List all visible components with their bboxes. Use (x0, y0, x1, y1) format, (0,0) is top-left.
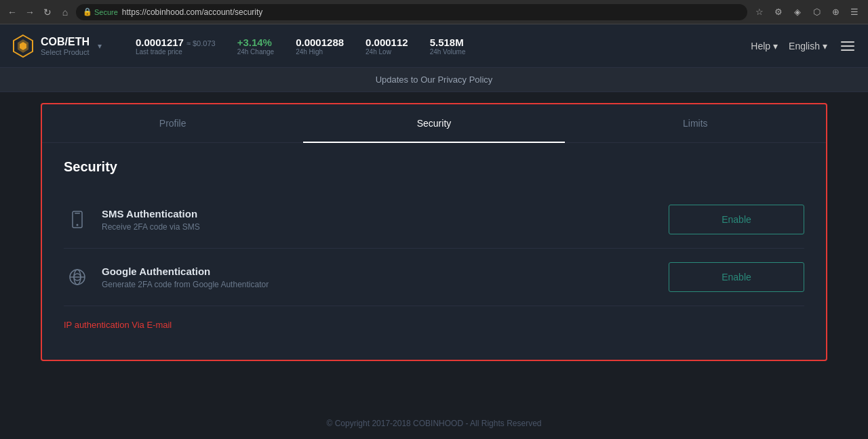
google-icon (64, 268, 91, 287)
stat-24h-high: 0.0001288 24h High (296, 37, 344, 56)
ip-auth-link[interactable]: IP authentication Via E-mail (64, 306, 804, 343)
security-body: Security SMS Authentication Receive 2FA … (42, 143, 826, 360)
last-price-label: Last trade price (136, 48, 216, 56)
footer: © Copyright 2017-2018 COBINHOOD - All Ri… (0, 408, 868, 439)
google-auth-desc: Generate 2FA code from Google Authentica… (102, 280, 669, 289)
language-button[interactable]: English ▾ (789, 41, 827, 51)
high-value: 0.0001288 (296, 37, 344, 48)
low-value: 0.000112 (366, 37, 408, 48)
market-stats: 0.0001217 ≈ $0.073 Last trade price +3.1… (119, 37, 751, 56)
svg-rect-4 (75, 213, 80, 214)
home-button[interactable]: ⌂ (58, 5, 72, 19)
high-label: 24h High (296, 48, 344, 56)
browser-chrome: ← → ↻ ⌂ 🔒 Secure https://cobinhood.com/a… (0, 0, 868, 24)
low-label: 24h Low (366, 48, 408, 56)
hamburger-menu-button[interactable] (838, 39, 857, 54)
sms-auth-desc: Receive 2FA code via SMS (102, 222, 669, 232)
usd-approx: ≈ $0.073 (186, 39, 216, 47)
secure-badge: 🔒 Secure (83, 7, 118, 16)
lang-chevron-icon: ▾ (823, 41, 827, 51)
product-selector[interactable]: COB/ETH Select Product (41, 36, 90, 56)
reload-button[interactable]: ↻ (41, 5, 54, 19)
stat-24h-change: +3.14% 24h Change (237, 37, 275, 56)
last-price-value: 0.0001217 (136, 37, 184, 48)
privacy-bar: Updates to Our Privacy Policy (0, 68, 868, 92)
main-content: Profile Security Limits Security (0, 92, 868, 439)
google-auth-name: Google Authentication (102, 266, 669, 277)
google-enable-button[interactable]: Enable (669, 262, 804, 292)
security-title: Security (64, 159, 804, 175)
stat-24h-low: 0.000112 24h Low (366, 37, 408, 56)
ext5-icon[interactable]: ☰ (846, 4, 863, 20)
tab-profile[interactable]: Profile (42, 104, 303, 142)
volume-value: 5.518M (430, 37, 466, 48)
url-text: https://cobinhood.com/account/security (122, 7, 262, 17)
ext2-icon[interactable]: ◈ (789, 4, 806, 20)
tab-security[interactable]: Security (303, 104, 564, 142)
svg-point-5 (77, 224, 79, 226)
product-chevron-icon: ▾ (98, 41, 102, 51)
ext1-icon[interactable]: ⚙ (770, 4, 787, 20)
phone-icon (64, 210, 91, 229)
google-auth-info: Google Authentication Generate 2FA code … (91, 266, 669, 289)
account-tabs: Profile Security Limits (42, 104, 826, 143)
menu-line-1 (841, 41, 854, 43)
security-card: Profile Security Limits Security (41, 103, 827, 361)
forward-button[interactable]: → (23, 5, 37, 19)
ext3-icon[interactable]: ⬡ (808, 4, 825, 20)
address-bar[interactable]: 🔒 Secure https://cobinhood.com/account/s… (76, 4, 747, 20)
sms-auth-name: SMS Authentication (102, 208, 669, 220)
sms-enable-button[interactable]: Enable (669, 205, 804, 234)
logo-area[interactable]: COB/ETH Select Product ▾ (11, 34, 119, 58)
sms-auth-info: SMS Authentication Receive 2FA code via … (91, 208, 669, 232)
help-button[interactable]: Help ▾ (751, 41, 778, 51)
help-chevron-icon: ▾ (773, 41, 778, 51)
cobinhood-logo (11, 34, 35, 58)
app-header: COB/ETH Select Product ▾ 0.0001217 ≈ $0.… (0, 24, 868, 68)
sms-auth-item: SMS Authentication Receive 2FA code via … (64, 191, 804, 249)
select-product-label: Select Product (41, 48, 90, 56)
header-right: Help ▾ English ▾ (751, 39, 857, 54)
change-label: 24h Change (237, 48, 275, 56)
back-button[interactable]: ← (5, 5, 19, 19)
ext4-icon[interactable]: ⊕ (827, 4, 844, 20)
product-name: COB/ETH (41, 36, 90, 48)
stat-24h-volume: 5.518M 24h Volume (430, 37, 466, 56)
star-icon[interactable]: ☆ (751, 4, 768, 20)
menu-line-3 (841, 49, 854, 51)
google-auth-item: Google Authentication Generate 2FA code … (64, 249, 804, 306)
menu-line-2 (841, 45, 854, 47)
browser-extension-icons: ☆ ⚙ ◈ ⬡ ⊕ ☰ (751, 4, 863, 20)
change-value: +3.14% (237, 37, 275, 48)
tab-limits[interactable]: Limits (565, 104, 826, 142)
stat-last-price: 0.0001217 ≈ $0.073 Last trade price (136, 37, 216, 56)
volume-label: 24h Volume (430, 48, 466, 56)
